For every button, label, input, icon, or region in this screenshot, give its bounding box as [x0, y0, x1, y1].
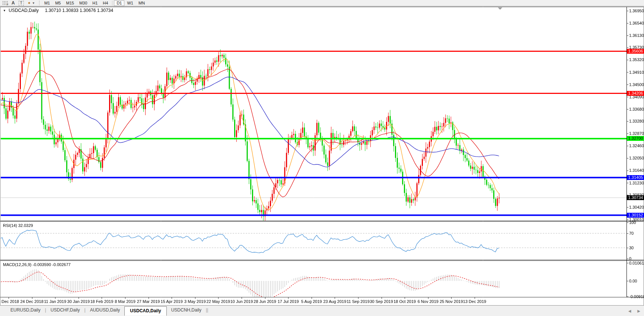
price-axis-tick: 1.31640	[629, 168, 644, 173]
date-axis-label: 30 Jan 2019	[67, 299, 90, 304]
price-line-label: 1.31405	[627, 175, 644, 180]
macd-axis-tick: 0.010615	[629, 261, 644, 265]
chart-tab-bar: EURUSD,Daily|USDCHF,Daily|AUDUSD,DailyUS…	[0, 305, 644, 316]
collapse-triangle-icon[interactable]: ▼	[3, 9, 6, 12]
grid-pattern-icon[interactable]: F	[0, 0, 10, 6]
terminal-window: F A T ✦ ▼ M1M5M15M30H1H4D1W1MN ▼ USDCAD,…	[0, 0, 644, 316]
toolbar-separator	[39, 1, 39, 5]
text-box-tool-button[interactable]: T	[17, 0, 26, 6]
price-axis-tick: 1.32050	[629, 156, 644, 160]
date-axis-label: 27 Mar 2019	[137, 299, 160, 304]
price-line-label: 1.30152	[627, 213, 644, 218]
rsi-axis-tick: 0	[629, 256, 631, 261]
macd-label: MACD(12,26,9) -0.003590 -0.002677	[3, 262, 71, 267]
date-axis-label: 17 Jul 2019	[278, 299, 299, 304]
text-label-tool-button[interactable]: A	[10, 0, 17, 6]
price-line-label: 1.35606	[627, 49, 644, 54]
date-axis-label: 8 Mar 2019	[115, 299, 136, 304]
arrow-tools-icon: ✦	[28, 1, 31, 6]
date-axis-label: 22 May 2019	[207, 299, 230, 304]
price-axis-tick: 1.36540	[629, 21, 644, 25]
price-axis-tick: 1.31230	[629, 181, 644, 185]
tab-scroll-left-icon[interactable]: ◀	[628, 309, 631, 313]
date-axis-label: 3 May 2019	[184, 299, 205, 304]
timeframe-group: M1M5M15M30H1H4D1W1MN	[42, 0, 147, 6]
tab-usdcnh[interactable]: USDCNH,Daily	[167, 306, 206, 314]
timeframe-button-m15[interactable]: M15	[63, 0, 76, 6]
date-axis-label: 23 Aug 2019	[323, 299, 346, 304]
rsi-axis-tick: 100	[629, 220, 636, 225]
date-axis-label: 24 Dec 2018	[20, 299, 43, 304]
symbol-period-label: USDCAD,Daily	[9, 8, 39, 13]
price-axis-tick: 1.36130	[629, 33, 644, 38]
timeframe-button-h4[interactable]: H4	[100, 0, 111, 6]
price-axis-tick: 1.33280	[629, 119, 644, 123]
date-axis-label: 11 Sep 2019	[347, 299, 370, 304]
ohlc-values: 1.30710 1.30833 1.30676 1.30734	[45, 8, 114, 13]
timeframe-button-h1[interactable]: H1	[90, 0, 100, 6]
price-axis-tick: 1.36950	[629, 9, 644, 13]
text-box-icon: T	[19, 1, 24, 6]
timeframe-button-mn[interactable]: MN	[136, 0, 147, 6]
arrow-tools-button[interactable]: ✦ ▼	[26, 0, 37, 6]
timeframe-button-m1[interactable]: M1	[42, 0, 52, 6]
date-axis-label: 15 Apr 2019	[161, 299, 183, 304]
date-axis-label: 28 Jun 2019	[254, 299, 276, 304]
toolbar-separator	[112, 1, 112, 6]
price-line-label: 1.34206	[627, 91, 644, 96]
tab-usdchf[interactable]: USDCHF,Daily	[46, 306, 85, 314]
dropdown-caret-icon: ▼	[32, 1, 35, 5]
price-axis-tick: 1.34910	[629, 70, 644, 75]
date-axis-label: 10 Jun 2019	[230, 299, 253, 304]
rsi-axis-tick: 70	[629, 231, 634, 236]
tab-eurusd[interactable]: EURUSD,Daily	[6, 306, 45, 314]
toolbar: F A T ✦ ▼ M1M5M15M30H1H4D1W1MN	[0, 0, 644, 6]
date-axis-label: 13 Dec 2019	[463, 299, 486, 304]
tab-scroll-right-icon[interactable]: ▶	[637, 309, 640, 313]
price-line-label: 1.32700	[627, 136, 644, 141]
timeframe-button-w1[interactable]: W1	[124, 0, 136, 6]
date-axis-label: 6 Nov 2019	[418, 299, 439, 304]
price-axis-tick: 1.32460	[629, 143, 644, 148]
current-price-label: 1.30734	[627, 195, 644, 200]
rsi-label: RSI(14) 32.0329	[3, 223, 33, 228]
chart-canvas[interactable]	[0, 0, 644, 316]
price-axis-tick: 1.35320	[629, 57, 644, 62]
timeframe-button-m30[interactable]: M30	[77, 0, 90, 6]
price-axis-tick: 1.32870	[629, 131, 644, 136]
timeframe-button-m5[interactable]: M5	[52, 0, 63, 6]
tab-audusd[interactable]: AUDUSD,Daily	[86, 306, 125, 314]
date-axis-label: 5 Aug 2019	[301, 299, 322, 304]
date-axis-label: 11 Jan 2019	[44, 299, 66, 304]
chart-tabs: EURUSD,Daily|USDCHF,Daily|AUDUSD,DailyUS…	[6, 306, 208, 316]
rsi-axis-tick: 30	[629, 246, 634, 250]
date-axis-label: 18 Oct 2019	[393, 299, 416, 304]
chart-title: ▼ USDCAD,Daily 1.30710 1.30833 1.30676 1…	[3, 8, 113, 13]
date-axis-label: 25 Nov 2019	[440, 299, 463, 304]
tab-usdcad[interactable]: USDCAD,Daily	[124, 306, 166, 316]
price-axis-tick: 1.30420	[629, 205, 644, 209]
macd-axis-tick: 0.00	[629, 279, 637, 283]
price-axis-tick: 1.33680	[629, 107, 644, 111]
date-axis-label: 18 Feb 2019	[90, 299, 114, 304]
date-axis-label: 30 Sep 2019	[370, 299, 393, 304]
macd-axis-tick: -0.009181	[629, 294, 644, 299]
timeframe-button-d1[interactable]: D1	[114, 0, 124, 6]
price-axis-tick: 1.34500	[629, 82, 644, 87]
tab-separator: |	[207, 306, 208, 313]
date-axis-label: 5 Dec 2018	[0, 299, 19, 304]
